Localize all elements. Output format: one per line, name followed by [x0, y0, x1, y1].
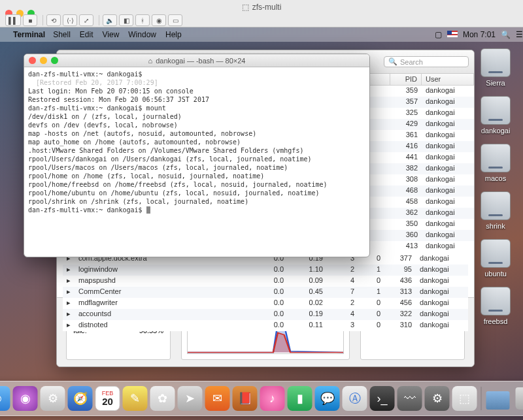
- menu-window[interactable]: Window: [128, 30, 156, 39]
- desktop-icons: Sierradankogaimacosshrinkubuntufreebsd: [476, 48, 515, 325]
- dock-launchpad[interactable]: ⚙: [41, 386, 65, 411]
- expand-button[interactable]: ⤢: [79, 14, 93, 26]
- dock: ☺ ◉ ⚙ 🧭 FEB20 ✎ ✿ ➤ ✉ 📕 ♪ ▮ 💬 Ⓐ ›_ 〰 ⚙ ⬚: [0, 381, 523, 416]
- dock-safari[interactable]: 🧭: [68, 386, 93, 411]
- input-flag[interactable]: [447, 30, 458, 39]
- dock-itunes[interactable]: ♪: [260, 386, 285, 411]
- airplay-icon[interactable]: ▢: [435, 30, 442, 39]
- vmware-title: ⬚ zfs-multi: [0, 3, 523, 12]
- volume-icon[interactable]: 🔈: [103, 14, 117, 26]
- search-icon: 🔍: [388, 57, 397, 66]
- home-icon: ⌂: [148, 57, 153, 65]
- vmware-title-text: zfs-multi: [252, 3, 282, 12]
- terminal-window: ⌂ dankogai — -bash — 80×24 dan-zfs-multi…: [24, 54, 370, 257]
- dock-contacts[interactable]: 📕: [233, 386, 258, 411]
- camera-icon[interactable]: ◧: [119, 14, 133, 26]
- menu-shell[interactable]: Shell: [53, 30, 71, 39]
- table-row[interactable]: ▸accountsd0.00.1940322dankogai: [63, 309, 468, 320]
- dock-facetime[interactable]: ▮: [288, 386, 312, 411]
- desktop-drive-Sierra[interactable]: Sierra: [476, 48, 515, 87]
- dock-notes[interactable]: ✎: [123, 386, 148, 411]
- app-name[interactable]: Terminal: [13, 30, 45, 39]
- desktop-drive-ubuntu[interactable]: ubuntu: [476, 239, 515, 278]
- hdd-icon: ⬚: [242, 3, 249, 12]
- dock-terminal[interactable]: ›_: [370, 386, 395, 411]
- stop-button[interactable]: ■: [23, 14, 37, 26]
- am-search-placeholder: Search: [400, 58, 423, 66]
- dock-mail[interactable]: ✉: [205, 386, 230, 411]
- am-rows-visible: ▸com.apple.dock.extra0.00.1930377dankoga…: [63, 253, 468, 331]
- terminal-title-text: dankogai — -bash — 80×24: [156, 57, 245, 65]
- vmware-toolbar: ▌▌ ■ ⟲ ⟨·⟩ ⤢ 🔈 ◧ ᚼ ◉ ▭: [0, 13, 523, 27]
- snapshot-button[interactable]: ⟲: [46, 14, 61, 26]
- fit-button[interactable]: ⟨·⟩: [63, 14, 77, 26]
- table-row[interactable]: ▸CommCenter0.00.4571313dankogai: [63, 287, 468, 298]
- menu-help[interactable]: Help: [165, 30, 182, 39]
- desktop-drive-macos[interactable]: macos: [476, 144, 515, 182]
- dock-photos[interactable]: ✿: [150, 386, 175, 411]
- menu-view[interactable]: View: [103, 30, 120, 39]
- menu-edit[interactable]: Edit: [80, 30, 93, 39]
- table-row[interactable]: ▸mdflagwriter0.00.0220456dankogai: [63, 298, 468, 309]
- dock-messages[interactable]: 💬: [315, 386, 340, 411]
- table-row[interactable]: ▸distnoted0.00.1130310dankogai: [63, 320, 468, 331]
- col-user[interactable]: User: [422, 74, 474, 85]
- dock-vmware-tools[interactable]: ⬚: [452, 386, 477, 411]
- terminal-titlebar: ⌂ dankogai — -bash — 80×24: [24, 54, 369, 67]
- spotlight-icon[interactable]: 🔍: [501, 30, 511, 39]
- dock-trash[interactable]: [513, 386, 524, 411]
- desktop-drive-dankogai[interactable]: dankogai: [476, 96, 515, 135]
- menubar-clock[interactable]: Mon 7:01: [463, 30, 496, 39]
- bluetooth-icon[interactable]: ᚼ: [135, 14, 150, 26]
- guest-menubar: Terminal Shell Edit View Window Help ▢ M…: [0, 27, 523, 42]
- terminal-body[interactable]: dan-zfs-multi-vmx:~ dankogai$ [Restored …: [24, 67, 369, 217]
- am-search[interactable]: 🔍 Search: [384, 56, 469, 67]
- table-row[interactable]: ▸loginwindow0.01.102195dankogai: [63, 265, 468, 276]
- dock-downloads[interactable]: [486, 386, 511, 411]
- menu-list-icon[interactable]: ☰: [516, 30, 523, 39]
- dock-calendar[interactable]: FEB20: [95, 386, 120, 411]
- dock-appstore[interactable]: Ⓐ: [343, 386, 367, 411]
- desktop-drive-freebsd[interactable]: freebsd: [476, 287, 515, 325]
- dock-maps[interactable]: ➤: [178, 386, 203, 411]
- dock-finder[interactable]: ☺: [0, 386, 10, 411]
- dock-activity-monitor[interactable]: 〰: [397, 386, 422, 411]
- vmware-chrome: ⬚ zfs-multi ▌▌ ■ ⟲ ⟨·⟩ ⤢ 🔈 ◧ ᚼ ◉ ▭: [0, 0, 523, 27]
- table-row[interactable]: ▸mapspushd0.00.0940436dankogai: [63, 276, 468, 287]
- dock-siri[interactable]: ◉: [13, 386, 38, 411]
- battery-icon[interactable]: ▭: [168, 14, 182, 26]
- dock-system-preferences[interactable]: ⚙: [425, 386, 450, 411]
- desktop-drive-shrink[interactable]: shrink: [476, 191, 515, 230]
- network-icon[interactable]: ◉: [152, 14, 166, 26]
- dock-separator: [481, 387, 482, 410]
- col-pid[interactable]: PID: [390, 74, 422, 85]
- pause-button[interactable]: ▌▌: [5, 14, 21, 26]
